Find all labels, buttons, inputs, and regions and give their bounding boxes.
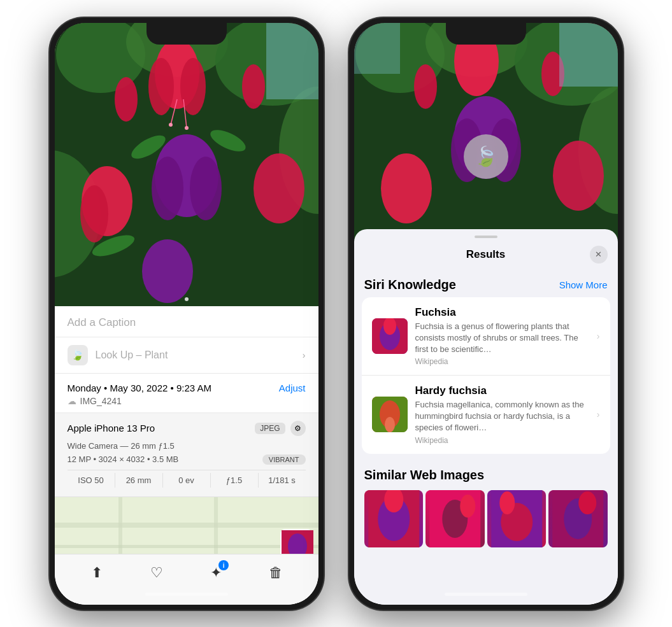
fuchsia-source: Wikipedia bbox=[415, 357, 589, 366]
filename: IMG_4241 bbox=[80, 396, 122, 406]
svg-point-7 bbox=[148, 58, 174, 115]
fuchsia-description: Fuchsia is a genus of flowering plants t… bbox=[415, 321, 589, 356]
svg-point-16 bbox=[254, 153, 304, 223]
svg-point-13 bbox=[242, 64, 265, 109]
similar-web-images-title: Similar Web Images bbox=[364, 468, 608, 483]
svg-point-54 bbox=[385, 417, 395, 432]
svg-point-63 bbox=[499, 491, 515, 514]
lookup-chevron-icon: › bbox=[303, 350, 306, 360]
camera-type: Wide Camera — 26 mm ƒ1.5 bbox=[68, 441, 306, 451]
photo-display[interactable] bbox=[55, 23, 318, 306]
home-indicator-right bbox=[445, 593, 527, 596]
exif-aperture: ƒ1.5 bbox=[211, 473, 259, 488]
hardy-fuchsia-thumbnail bbox=[372, 397, 408, 432]
format-badge: JPEG bbox=[255, 423, 285, 434]
home-indicator bbox=[145, 593, 228, 596]
photo-date: Monday • May 30, 2022 • 9:23 AM bbox=[68, 383, 211, 393]
share-button[interactable]: ⬆ bbox=[83, 559, 111, 587]
resolution: 12 MP • 3024 × 4032 • 3.5 MB bbox=[68, 454, 179, 464]
results-header: Results ✕ bbox=[354, 238, 618, 269]
notch-right bbox=[446, 23, 526, 45]
fuchsia-info: Fuchsia Fuchsia is a genus of flowering … bbox=[415, 306, 589, 367]
hardy-fuchsia-source: Wikipedia bbox=[415, 436, 589, 445]
similar-image-1[interactable] bbox=[364, 490, 424, 547]
notch bbox=[147, 23, 227, 45]
knowledge-card: Fuchsia Fuchsia is a genus of flowering … bbox=[362, 297, 610, 454]
info-button[interactable]: ✦ i bbox=[202, 559, 230, 587]
svg-rect-48 bbox=[354, 23, 400, 74]
svg-point-10 bbox=[152, 157, 183, 220]
heart-icon: ♡ bbox=[150, 565, 163, 581]
svg-point-21 bbox=[185, 126, 189, 130]
svg-rect-30 bbox=[55, 545, 318, 548]
exif-iso: ISO 50 bbox=[68, 473, 115, 488]
adjust-button[interactable]: Adjust bbox=[279, 383, 306, 393]
lookup-prefix: Look Up – bbox=[96, 349, 145, 360]
svg-rect-47 bbox=[559, 23, 618, 87]
svg-point-42 bbox=[414, 64, 437, 109]
vibrant-badge: VIBRANT bbox=[262, 454, 306, 465]
results-content: Siri Knowledge Show More bbox=[354, 269, 618, 605]
svg-point-45 bbox=[553, 141, 604, 211]
device-section: Apple iPhone 13 Pro JPEG ⚙ Wide Camera —… bbox=[55, 413, 318, 497]
svg-point-66 bbox=[578, 491, 596, 514]
delete-button[interactable]: 🗑 bbox=[262, 559, 290, 587]
right-screen: 🍃 Results ✕ Siri Knowledge Show More bbox=[354, 23, 618, 605]
hardy-fuchsia-description: Fuchsia magellanica, commonly known as t… bbox=[415, 399, 589, 434]
svg-point-11 bbox=[190, 157, 222, 220]
exif-focal-length: 26 mm bbox=[115, 473, 163, 488]
hardy-fuchsia-info: Hardy fuchsia Fuchsia magellanica, commo… bbox=[415, 384, 589, 445]
svg-point-60 bbox=[460, 495, 475, 518]
show-more-button[interactable]: Show More bbox=[559, 279, 608, 290]
cloud-icon: ☁ bbox=[68, 396, 76, 406]
page-indicator bbox=[185, 297, 189, 301]
svg-point-44 bbox=[381, 153, 432, 223]
svg-rect-25 bbox=[266, 23, 318, 99]
fuchsia-chevron-icon: › bbox=[597, 331, 600, 341]
siri-knowledge-title: Siri Knowledge bbox=[364, 278, 456, 292]
lookup-row[interactable]: 🍃 Look Up – Plant › bbox=[55, 337, 318, 374]
info-area: Add a Caption 🍃 Look Up – Plant › Monday… bbox=[55, 306, 318, 567]
svg-point-12 bbox=[115, 77, 138, 122]
favorite-button[interactable]: ♡ bbox=[143, 559, 171, 587]
knowledge-item-fuchsia[interactable]: Fuchsia Fuchsia is a genus of flowering … bbox=[362, 297, 610, 376]
similar-images-grid bbox=[364, 490, 608, 547]
exif-row: ISO 50 26 mm 0 ev ƒ1.5 1/181 s bbox=[68, 470, 306, 490]
device-name: Apple iPhone 13 Pro bbox=[68, 423, 155, 433]
lookup-icon: 🍃 bbox=[68, 345, 88, 365]
toolbar: ⬆ ♡ ✦ i 🗑 bbox=[55, 554, 318, 605]
svg-point-15 bbox=[80, 185, 108, 243]
flower-svg bbox=[55, 23, 318, 306]
share-icon: ⬆ bbox=[91, 565, 103, 581]
trash-icon: 🗑 bbox=[269, 565, 283, 581]
exif-exposure: 0 ev bbox=[163, 473, 211, 488]
metadata-section: Monday • May 30, 2022 • 9:23 AM Adjust ☁… bbox=[55, 374, 318, 413]
results-title: Results bbox=[382, 248, 590, 261]
similar-image-4[interactable] bbox=[548, 490, 608, 547]
hardy-fuchsia-chevron-icon: › bbox=[597, 409, 600, 419]
results-panel: Results ✕ Siri Knowledge Show More bbox=[354, 229, 618, 605]
similar-image-3[interactable] bbox=[487, 490, 547, 547]
lookup-subject: Plant bbox=[145, 349, 168, 360]
similar-image-2[interactable] bbox=[425, 490, 485, 547]
camera-settings-icon[interactable]: ⚙ bbox=[290, 421, 306, 436]
lookup-label: Look Up – Plant bbox=[96, 349, 168, 361]
svg-point-17 bbox=[142, 239, 193, 303]
left-screen: Add a Caption 🍃 Look Up – Plant › Monday… bbox=[55, 23, 318, 605]
right-phone: 🍃 Results ✕ Siri Knowledge Show More bbox=[349, 18, 623, 610]
caption-input[interactable]: Add a Caption bbox=[55, 306, 318, 337]
fuchsia-name: Fuchsia bbox=[415, 306, 589, 319]
hardy-fuchsia-name: Hardy fuchsia bbox=[415, 384, 589, 397]
exif-shutter: 1/181 s bbox=[259, 473, 306, 488]
siri-knowledge-header: Siri Knowledge Show More bbox=[354, 269, 618, 297]
svg-rect-27 bbox=[55, 523, 318, 528]
svg-point-20 bbox=[169, 123, 173, 127]
info-badge: i bbox=[218, 560, 229, 570]
similar-web-images-section: Similar Web Images bbox=[354, 459, 618, 553]
leaf-icon: 🍃 bbox=[474, 145, 497, 167]
close-button[interactable]: ✕ bbox=[590, 246, 608, 264]
flower-image bbox=[55, 23, 318, 306]
knowledge-item-hardy-fuchsia[interactable]: Hardy fuchsia Fuchsia magellanica, commo… bbox=[362, 376, 610, 454]
left-phone: Add a Caption 🍃 Look Up – Plant › Monday… bbox=[50, 18, 324, 610]
siri-visual-lookup-bubble[interactable]: 🍃 bbox=[464, 134, 508, 179]
